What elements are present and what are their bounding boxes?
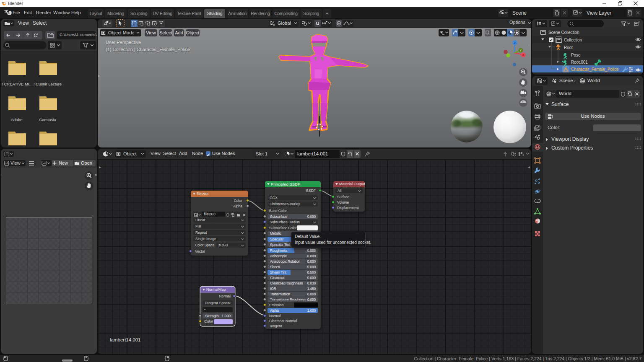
svg-text:Y: Y [519,49,522,52]
svg-text:Pose: Pose [571,53,581,57]
svg-text:Collection: Collection [564,38,582,42]
svg-text:Character_Female_Police: Character_Female_Police [571,67,619,72]
svg-text:X: X [522,53,525,57]
svg-text:Root.001: Root.001 [571,60,588,65]
svg-text:Root: Root [564,45,573,50]
svg-text:Scene Collection: Scene Collection [548,30,579,35]
svg-text:Z: Z [514,41,516,45]
